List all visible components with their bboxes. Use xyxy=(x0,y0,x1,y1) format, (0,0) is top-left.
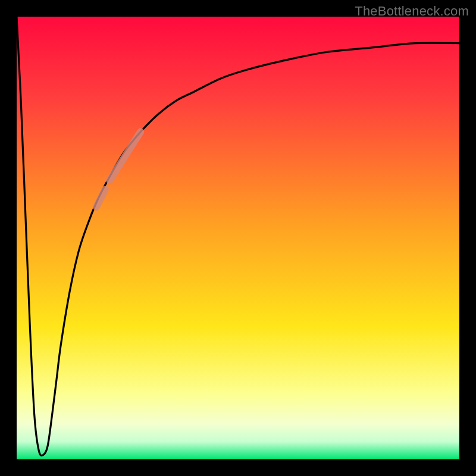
chart-frame xyxy=(0,0,476,476)
watermark-text: TheBottleneck.com xyxy=(355,4,469,19)
chart-stage: TheBottleneck.com xyxy=(0,0,476,476)
